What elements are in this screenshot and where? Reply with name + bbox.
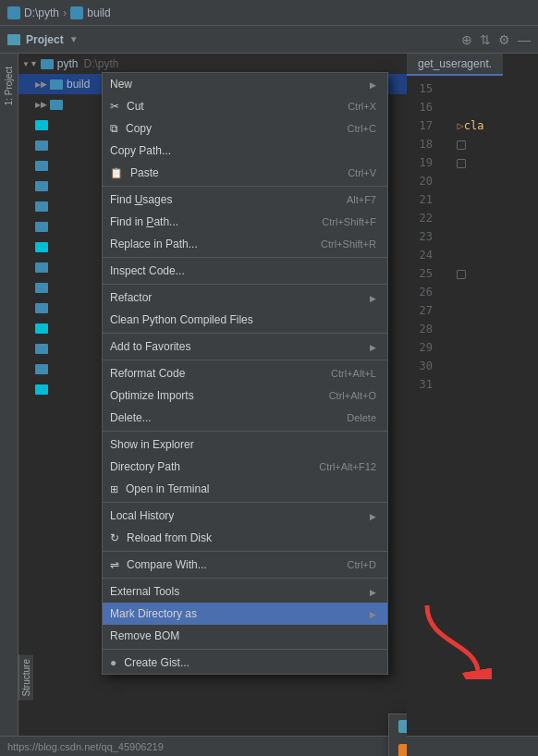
project-title[interactable]: Project xyxy=(26,33,64,46)
open-terminal-label: Open in Terminal xyxy=(126,482,210,495)
excluded-icon xyxy=(398,744,407,756)
menu-item-directory-path[interactable]: Directory Path Ctrl+Alt+F12 xyxy=(103,456,387,478)
submenu-mark-directory: Sources Root Excluded xyxy=(388,713,407,756)
project-panel-header: Project ▼ ⊕ ⇅ ⚙ — xyxy=(0,26,538,54)
line-num-22: 22 xyxy=(407,209,433,227)
menu-item-create-gist[interactable]: ● Create Gist... xyxy=(103,652,387,674)
remove-bom-label: Remove BOM xyxy=(110,629,179,642)
sep-2 xyxy=(103,257,387,258)
menu-item-find-usages[interactable]: Find Usages Alt+F7 xyxy=(103,189,387,211)
menu-item-refactor[interactable]: Refactor xyxy=(103,287,387,309)
compare-shortcut: Ctrl+D xyxy=(348,559,376,570)
menu-item-find-path[interactable]: Find in Path... Ctrl+Shift+F xyxy=(103,211,387,233)
reload-disk-label: Reload from Disk xyxy=(127,531,212,544)
folder-icon-t1 xyxy=(50,100,63,110)
paste-shortcut: Ctrl+V xyxy=(348,167,376,178)
line-num-24: 24 xyxy=(407,246,433,264)
minimize-icon[interactable]: — xyxy=(518,32,531,47)
menu-item-external-tools[interactable]: External Tools xyxy=(103,580,387,603)
menu-item-cut[interactable]: ✂ Cut Ctrl+X xyxy=(103,95,387,117)
menu-item-paste[interactable]: 📋 Paste Ctrl+V xyxy=(103,162,387,184)
reformat-code-label: Reformat Code xyxy=(110,367,185,380)
menu-item-open-terminal[interactable]: ⊞ Open in Terminal xyxy=(103,478,387,500)
editor-tab[interactable]: get_useragent. xyxy=(407,54,503,76)
menu-item-replace-path[interactable]: Replace in Path... Ctrl+Shift+R xyxy=(103,233,387,255)
mark-directory-label: Mark Directory as xyxy=(110,607,197,620)
menu-item-clean-python[interactable]: Clean Python Compiled Files xyxy=(103,309,387,331)
submenu-item-sources-root[interactable]: Sources Root xyxy=(389,714,407,738)
arrow-icon-1: ▶ xyxy=(35,100,47,109)
folder-icon-t11 xyxy=(35,303,48,313)
folder-icon-t6 xyxy=(35,201,48,212)
menu-item-reload-disk[interactable]: ↻ Reload from Disk xyxy=(103,527,387,549)
menu-item-delete[interactable]: Delete... Delete xyxy=(103,407,387,429)
folder-icon-t15 xyxy=(35,384,48,395)
breadcrumb-folder1[interactable]: D:\pyth xyxy=(24,6,59,19)
line-num-30: 30 xyxy=(407,357,433,375)
find-path-label: Find in Path... xyxy=(110,215,178,228)
project-tree: ▼ pyth D:\pyth ▶ build ▶ xyxy=(18,54,407,756)
terminal-icon: ⊞ xyxy=(110,483,118,495)
line-num-20: 20 xyxy=(407,172,433,190)
code-line-31: 31 xyxy=(407,375,538,394)
sep-7 xyxy=(103,502,387,503)
build-folder-icon xyxy=(50,79,63,90)
folder-icon xyxy=(7,6,20,19)
tree-root-path: D:\pyth xyxy=(84,57,119,70)
replace-path-shortcut: Ctrl+Shift+R xyxy=(321,238,376,250)
sidebar-1-label[interactable]: 1: Project xyxy=(4,67,14,105)
local-history-arrow-icon xyxy=(370,509,376,522)
gist-icon: ● xyxy=(110,656,116,669)
local-history-label: Local History xyxy=(110,509,174,522)
scope-icon[interactable]: ⊕ xyxy=(461,32,472,47)
sep-5 xyxy=(103,360,387,360)
compare-with-label: Compare With... xyxy=(127,558,207,571)
root-folder-icon xyxy=(41,59,54,69)
sep-8 xyxy=(103,551,387,552)
menu-item-copy[interactable]: ⧉ Copy Ctrl+C xyxy=(103,117,387,140)
menu-item-local-history[interactable]: Local History xyxy=(103,505,387,527)
code-line-18: 18 xyxy=(407,135,538,153)
menu-item-new[interactable]: New xyxy=(103,73,387,95)
status-url[interactable]: https://blog.csdn.net/qq_45906219 xyxy=(7,741,164,752)
new-item-label: New xyxy=(110,78,132,91)
sort-icon[interactable]: ⇅ xyxy=(480,32,491,47)
menu-item-show-explorer[interactable]: Show in Explorer xyxy=(103,433,387,456)
settings-icon[interactable]: ⚙ xyxy=(498,32,510,47)
submenu-item-excluded[interactable]: Excluded xyxy=(389,738,407,756)
menu-item-mark-directory[interactable]: Mark Directory as xyxy=(103,603,387,625)
compare-icon: ⇌ xyxy=(110,558,119,571)
paste-icon: 📋 xyxy=(110,167,123,179)
menu-item-copy-path[interactable]: Copy Path... xyxy=(103,140,387,162)
code-line-29: 29 xyxy=(407,338,538,357)
collapse-arrow-icon: ▶ xyxy=(35,79,47,89)
code-line-19: 19 xyxy=(407,153,538,172)
menu-item-inspect-code[interactable]: Inspect Code... xyxy=(103,260,387,282)
status-bar: https://blog.csdn.net/qq_45906219 xyxy=(0,736,538,756)
structure-panel-label[interactable]: Structure xyxy=(18,655,33,701)
menu-item-remove-bom[interactable]: Remove BOM xyxy=(103,625,387,647)
folder-icon-t5 xyxy=(35,181,48,191)
menu-item-add-favorites[interactable]: Add to Favorites xyxy=(103,335,387,358)
line-num-19: 19 xyxy=(407,153,433,172)
external-tools-label: External Tools xyxy=(110,585,179,598)
header-icon-group: ⊕ ⇅ ⚙ — xyxy=(461,32,531,47)
code-line-27: 27 xyxy=(407,301,538,320)
menu-item-compare-with[interactable]: ⇌ Compare With... Ctrl+D xyxy=(103,554,387,576)
red-arrow-indicator xyxy=(418,596,492,682)
code-line-24: 24 xyxy=(407,246,538,264)
menu-item-reformat-code[interactable]: Reformat Code Ctrl+Alt+L xyxy=(103,362,387,384)
folder-icon-t8 xyxy=(35,242,48,252)
code-line-22: 22 xyxy=(407,209,538,227)
dropdown-arrow-icon[interactable]: ▼ xyxy=(69,34,79,44)
sep-3 xyxy=(103,284,387,285)
tree-root-pyth[interactable]: ▼ pyth D:\pyth xyxy=(18,54,407,74)
menu-item-optimize-imports[interactable]: Optimize Imports Ctrl+Alt+O xyxy=(103,384,387,407)
breadcrumb-folder2[interactable]: build xyxy=(87,6,110,19)
project-folder-icon xyxy=(7,34,20,45)
code-line-25: 25 xyxy=(407,264,538,283)
editor-tab-label: get_useragent. xyxy=(418,57,492,70)
find-path-shortcut: Ctrl+Shift+F xyxy=(322,216,376,227)
expand-arrow-icon: ▼ xyxy=(22,59,38,68)
favorites-arrow-icon xyxy=(370,340,376,353)
